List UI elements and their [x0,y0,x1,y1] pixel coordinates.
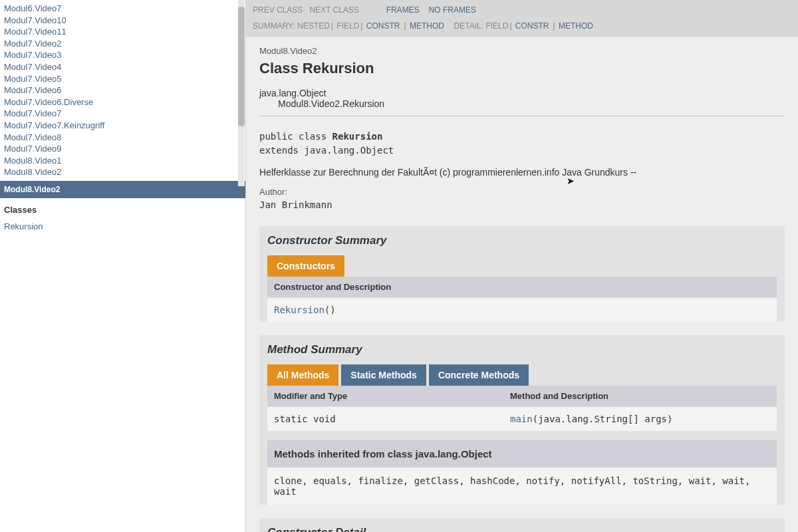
author-name: Jan Brinkmann [259,200,785,210]
constructor-detail-section: Constructor Detail [259,518,785,532]
package-link[interactable]: Modul7.Video2 [0,38,245,50]
inheritance-child: Modul8.Video2.Rekursion [278,98,785,109]
nav-prev-class: PREV CLASS [253,5,303,15]
classes-header: Classes [0,198,245,219]
sidebar: Modul6.Video7Modul7.Video10Modul7.Video1… [0,0,246,532]
main-content: PREV CLASS NEXT CLASS FRAMES NO FRAMES S… [246,0,798,532]
nav-detail-method[interactable]: METHOD [559,21,593,31]
inherited-methods-list: clone, equals, finalize, getClass, hashC… [267,467,777,505]
package-link[interactable]: Modul7.Video4 [0,61,245,73]
nav-detail-label: DETAIL: [454,21,483,31]
package-label: Modul8.Video2 [259,46,785,56]
package-link[interactable]: Modul8.Video1 [0,155,245,167]
inherited-methods-header: Methods inherited from class java.lang.O… [267,440,777,467]
package-link[interactable]: Modul8.Video2 [0,166,245,178]
package-link[interactable]: Modul7.Video6.Diverse [0,96,245,108]
method-summary-title: Method Summary [259,335,785,364]
class-title: Class Rekursion [259,60,785,77]
nav-summary-field: FIELD [336,21,359,31]
method-summary-section: Method Summary All Methods Static Method… [259,335,785,505]
tab-constructors[interactable]: Constructors [267,255,344,277]
tab-static-methods[interactable]: Static Methods [341,364,426,386]
tab-concrete-methods[interactable]: Concrete Methods [429,364,529,386]
tab-all-methods[interactable]: All Methods [267,364,338,386]
package-link[interactable]: Modul7.Video9 [0,143,245,155]
class-declaration: public class Rekursion extends java.lang… [259,130,785,158]
constructor-link[interactable]: Rekursion [274,305,325,315]
scrollbar-thumb[interactable] [238,7,245,126]
method-header-modifier: Modifier and Type [274,391,510,401]
package-link[interactable]: Modul7.Video6 [0,84,245,96]
package-link[interactable]: Modul7.Video11 [0,26,245,38]
package-link[interactable]: Modul6.Video7 [0,3,245,15]
method-header-description: Method and Description [510,391,608,401]
package-link[interactable]: Modul7.Video10 [0,15,245,27]
divider [259,116,785,116]
nav-frames[interactable]: FRAMES [386,5,420,15]
nav-summary-label: SUMMARY: [253,21,295,31]
nav-summary-constr[interactable]: CONSTR [366,21,400,31]
constructor-summary-title: Constructor Summary [259,226,785,255]
nav-detail-field: FIELD [485,21,508,31]
package-link[interactable]: Modul7.Video7.Keinzugriff [0,120,245,132]
package-link[interactable]: Modul7.Video5 [0,73,245,85]
package-link[interactable]: Modul7.Video8 [0,132,245,144]
current-package-label: Modul8.Video2 [0,181,245,198]
package-list[interactable]: Modul6.Video7Modul7.Video10Modul7.Video1… [0,0,245,181]
class-description: Helferklasse zur Berechnung der FakultÃ¤… [259,167,785,178]
package-link[interactable]: Modul7.Video7 [0,108,245,120]
nav-summary-nested: NESTED [297,21,330,31]
nav-summary-method[interactable]: METHOD [410,21,444,31]
constructor-summary-section: Constructor Summary Constructors Constru… [259,226,785,322]
constructor-table-header: Constructor and Description [267,277,777,297]
inheritance-tree: java.lang.Object Modul8.Video2.Rekursion [259,88,785,109]
top-nav: PREV CLASS NEXT CLASS FRAMES NO FRAMES S… [246,0,798,37]
nav-detail-constr[interactable]: CONSTR [515,21,549,31]
author-label: Author: [259,187,785,197]
method-link[interactable]: main [510,414,533,424]
class-link-rekursion[interactable]: Rekursion [0,219,245,234]
package-link[interactable]: Modul7.Video3 [0,49,245,61]
nav-next-class: NEXT CLASS [309,5,358,15]
nav-no-frames[interactable]: NO FRAMES [429,5,476,15]
inheritance-parent: java.lang.Object [259,88,785,98]
method-modifier: static void [274,414,510,424]
constructor-table-row: Rekursion() [267,297,777,322]
constructor-detail-title: Constructor Detail [259,518,785,532]
method-table-row: static void main(java.lang.String[] args… [267,406,777,431]
